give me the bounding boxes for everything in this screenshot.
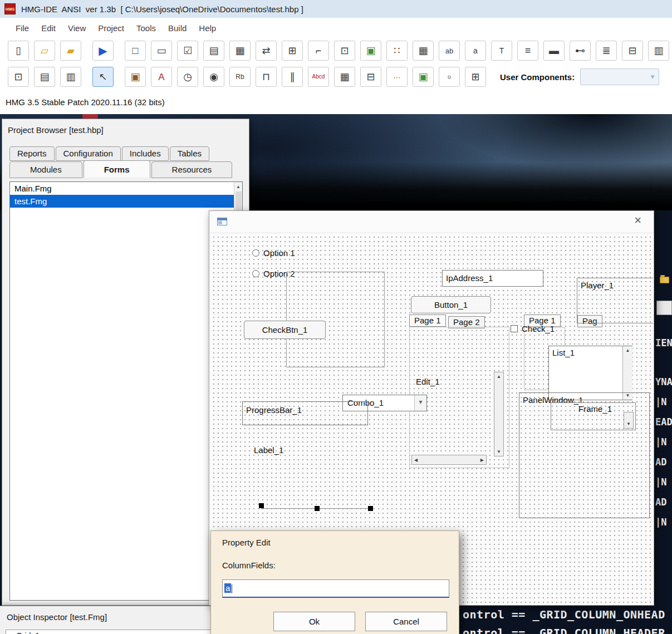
form-code-button[interactable]: ▤ <box>34 67 55 87</box>
scroll-right-icon[interactable]: ▶ <box>480 458 484 463</box>
toolbar-button-icon: ▦ <box>340 72 349 82</box>
scroll-left-icon[interactable]: ◀ <box>414 458 418 463</box>
editbox-control-button[interactable]: ▭ <box>151 41 172 61</box>
ipaddress-control-button[interactable]: ··· <box>386 67 408 87</box>
folder-tab-button[interactable]: ⊓ <box>256 67 277 87</box>
label-control-button[interactable]: Abcd <box>308 67 329 87</box>
grid-control-box[interactable] <box>286 272 385 367</box>
tab-control-1[interactable]: Page 1 Page 2 Edit_1 ▲ ▼ ◀ ▶ <box>409 314 511 469</box>
progressbar-control[interactable]: ProgressBar_1 <box>242 401 368 425</box>
report-control-button[interactable]: ▥ <box>648 41 669 61</box>
grid-control-button[interactable]: ▦ <box>229 41 251 61</box>
cancel-button[interactable]: Cancel <box>365 612 447 631</box>
scroll-down-icon[interactable]: ▼ <box>624 421 633 426</box>
checkbox-control[interactable]: Check_1 <box>511 324 555 333</box>
font-button[interactable]: A <box>151 67 172 87</box>
status-text: HMG 3.5 Stable Patch 2020.11.16 (32 bits… <box>6 97 165 107</box>
textbox-control-button[interactable]: ab <box>439 41 460 61</box>
grid-mini-button[interactable]: ▦ <box>334 67 355 87</box>
listview-control-button[interactable]: ≡ <box>517 41 538 61</box>
selection-handle[interactable] <box>368 506 373 511</box>
button-control-button[interactable]: □ <box>125 41 146 61</box>
button-control[interactable]: Button_1 <box>411 296 491 313</box>
property-edit-dialog: Property Edit ColumnFields: a Ok Cancel <box>210 530 459 634</box>
radiobutton-control-button[interactable]: ◉ <box>203 67 224 87</box>
run-button[interactable]: ▶ <box>92 41 114 61</box>
scroll-down-icon[interactable]: ▼ <box>494 449 503 454</box>
tab-tables[interactable]: Tables <box>170 146 209 161</box>
title-bar[interactable]: HMG HMG-IDE ANSI ver 1.3b [ C:\Users\jos… <box>0 0 672 18</box>
frame-control[interactable]: Frame_1 ▼ <box>551 402 636 430</box>
new-project-button[interactable]: ▰ <box>60 41 81 61</box>
richedit-control-button[interactable]: ≣ <box>596 41 617 61</box>
dotted-frame-button[interactable]: ▫ <box>439 67 460 87</box>
browse-plus-button[interactable]: ⊞ <box>465 67 486 87</box>
ok-button[interactable]: Ok <box>273 612 355 631</box>
ipaddress-control[interactable]: IpAddress_1 <box>442 270 543 287</box>
new-file-button[interactable]: ▯ <box>8 41 29 61</box>
frame-scrollbar[interactable]: ▼ <box>624 412 634 429</box>
menu-project[interactable]: Project <box>92 23 130 33</box>
browse-control-button[interactable]: ⊟ <box>622 41 643 61</box>
image-control-button[interactable]: ▣ <box>360 41 381 61</box>
checkbox-control-button[interactable]: ☑ <box>177 41 198 61</box>
close-icon[interactable]: × <box>634 213 641 228</box>
selection-handle[interactable] <box>315 506 320 511</box>
edit-horizontal-scrollbar[interactable]: ◀ ▶ <box>411 455 487 465</box>
list-vertical-scrollbar[interactable]: ▲ ▼ <box>622 346 632 400</box>
scroll-up-icon[interactable]: ▲ <box>623 348 632 353</box>
menu-file[interactable]: File <box>9 23 35 33</box>
columnfields-input[interactable]: a <box>222 579 449 598</box>
tab-control-button[interactable]: ⌐ <box>308 41 329 61</box>
player-control-button[interactable]: ∥ <box>282 67 303 87</box>
tab-modules[interactable]: Modules <box>9 161 82 178</box>
tab-resources[interactable]: Resources <box>151 161 233 178</box>
report-view-button[interactable]: ▥ <box>60 67 81 87</box>
tree-control-button[interactable]: T <box>491 41 512 61</box>
selection-handle[interactable] <box>259 503 264 508</box>
listbox-control-button[interactable]: ▤ <box>203 41 224 61</box>
window-control-button[interactable]: ⊡ <box>8 67 29 87</box>
radiogroup-option-1[interactable]: Option 1 <box>252 248 295 258</box>
checkbtn-control[interactable]: CheckBtn_1 <box>244 321 326 339</box>
tab-includes[interactable]: Includes <box>122 146 169 161</box>
combobox-dropdown-button[interactable]: ▾ <box>414 395 426 411</box>
scroll-up-icon[interactable]: ▲ <box>234 182 242 189</box>
menu-help[interactable]: Help <box>193 23 222 33</box>
scroll-up-icon[interactable]: ▲ <box>494 374 503 379</box>
rb-button[interactable]: Rb <box>229 67 251 87</box>
menu-edit[interactable]: Edit <box>35 23 62 33</box>
form-designer-titlebar[interactable]: × <box>209 211 654 233</box>
open-project-button[interactable]: ▱ <box>34 41 55 61</box>
tab-configuration[interactable]: Configuration <box>56 146 121 161</box>
file-test-fmg[interactable]: test.Fmg <box>10 195 242 208</box>
menu-build[interactable]: Build <box>162 23 193 33</box>
table-control-button[interactable]: ⊞ <box>282 41 303 61</box>
tab-page-1[interactable]: Page 1 <box>409 314 446 327</box>
menu-tools[interactable]: Tools <box>130 23 162 33</box>
object-inspector-title: Object Inspector [test.Fmg] <box>0 606 218 622</box>
timer-button[interactable]: ◷ <box>177 67 198 87</box>
toolbar-button-icon: A <box>158 72 164 82</box>
progressbar-control-button[interactable]: ▬ <box>543 41 565 61</box>
tab-reports[interactable]: Reports <box>9 146 55 161</box>
edit-vertical-scrollbar[interactable]: ▲ ▼ <box>494 372 504 456</box>
library-button[interactable]: ▣ <box>125 67 146 87</box>
chevron-down-icon: ▾ <box>651 72 655 81</box>
radiogroup-control-button[interactable]: ∷ <box>386 41 408 61</box>
tab-forms[interactable]: Forms <box>84 160 150 178</box>
picturebox-control-button[interactable]: ▣ <box>413 67 434 87</box>
datepicker-control-button[interactable]: ▦ <box>413 41 434 61</box>
frame-control-button[interactable]: ⊡ <box>334 41 355 61</box>
player-control[interactable]: Player_1 <box>577 278 653 323</box>
pointer-button[interactable]: ↖ <box>92 67 114 87</box>
slider-control-button[interactable]: ⊷ <box>570 41 591 61</box>
user-components-combo[interactable]: ▾ <box>580 68 659 85</box>
panel-control-button[interactable]: ⊟ <box>360 67 381 87</box>
menu-view[interactable]: View <box>62 23 92 33</box>
spinner-control-button[interactable]: a <box>465 41 486 61</box>
label-control[interactable]: Label_1 <box>254 445 283 455</box>
splitter-control-button[interactable]: ⇄ <box>256 41 277 61</box>
object-inspector-item[interactable]: Grid_1 <box>6 630 212 634</box>
file-main-fmg[interactable]: Main.Fmg <box>10 182 242 195</box>
